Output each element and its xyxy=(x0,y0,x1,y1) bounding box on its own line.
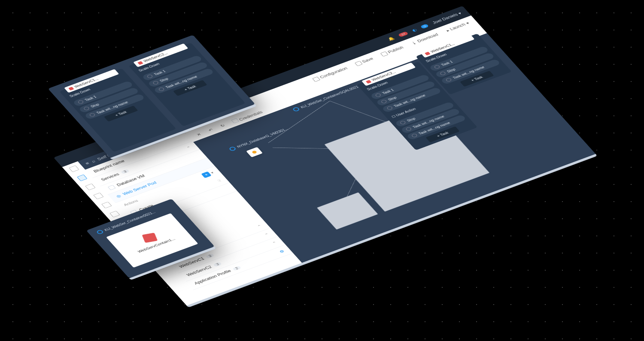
badge-secondary: 0 xyxy=(420,24,429,29)
notif-badge[interactable]: 37 xyxy=(398,31,409,37)
play-icon xyxy=(375,93,382,98)
add-action-button[interactable]: + xyxy=(201,172,212,178)
play-icon xyxy=(386,106,393,111)
chevron-up-icon: ⌃ xyxy=(256,224,263,229)
save-icon xyxy=(354,61,362,66)
cursor-icon: ☟ xyxy=(216,178,222,183)
container-cube-icon xyxy=(142,233,158,243)
play-icon xyxy=(434,65,440,69)
play-icon xyxy=(89,113,96,118)
node-ring-icon xyxy=(292,107,300,112)
gear-icon xyxy=(312,77,320,82)
node-ring-icon xyxy=(96,229,104,235)
container-card-label: WebServContain1... xyxy=(137,237,176,253)
canvas[interactable]: NYNX_DatabaseG_VM2301... KiJ_WebSer_Cont… xyxy=(193,33,595,263)
play-icon xyxy=(445,78,452,82)
stop-icon xyxy=(439,71,446,76)
close-icon[interactable]: ✕ xyxy=(195,132,202,137)
target-icon: ◎ xyxy=(115,194,122,199)
node-ring-icon xyxy=(228,146,237,151)
stop-icon xyxy=(399,121,406,125)
play-icon xyxy=(77,100,84,104)
container-card[interactable]: WebServContain1... xyxy=(106,213,198,268)
chevron-up-icon: ⌃ xyxy=(185,145,192,150)
search-icon: ⌕ xyxy=(90,159,96,163)
rail-settings-icon[interactable] xyxy=(101,202,112,208)
vm-icon xyxy=(108,185,116,190)
play-icon xyxy=(411,133,418,138)
play-icon xyxy=(158,87,165,92)
cube-icon xyxy=(68,87,74,91)
stop-icon xyxy=(380,100,387,104)
stop-icon xyxy=(83,106,90,111)
rail-gear-icon[interactable] xyxy=(109,211,120,217)
play-icon xyxy=(146,74,153,79)
cube-icon xyxy=(425,51,431,55)
node-database-card[interactable] xyxy=(246,147,263,157)
undo-icon[interactable]: ↶ xyxy=(207,128,214,133)
rail-blueprint-icon[interactable] xyxy=(77,175,88,181)
rail-apps-icon[interactable] xyxy=(69,165,79,172)
redo-icon[interactable]: ↻ xyxy=(219,124,226,128)
rail-library-icon[interactable] xyxy=(93,193,104,199)
rail-market-icon[interactable] xyxy=(85,184,96,190)
play-icon xyxy=(405,127,412,132)
bell-icon[interactable]: 🔔 xyxy=(387,36,395,42)
sync-icon[interactable]: ◐ xyxy=(411,28,418,33)
db-icon xyxy=(252,150,258,154)
canvas-container-small[interactable] xyxy=(317,192,378,229)
publish-icon xyxy=(380,51,388,57)
cube-icon xyxy=(137,61,143,65)
node-database-label: NYNX_DatabaseG_VM2301... xyxy=(228,127,289,151)
chevron-down-icon[interactable]: ▾ xyxy=(210,171,215,175)
hamburger-icon[interactable]: ≡ xyxy=(84,161,90,166)
stop-icon xyxy=(152,81,159,85)
cube-icon xyxy=(366,80,372,84)
